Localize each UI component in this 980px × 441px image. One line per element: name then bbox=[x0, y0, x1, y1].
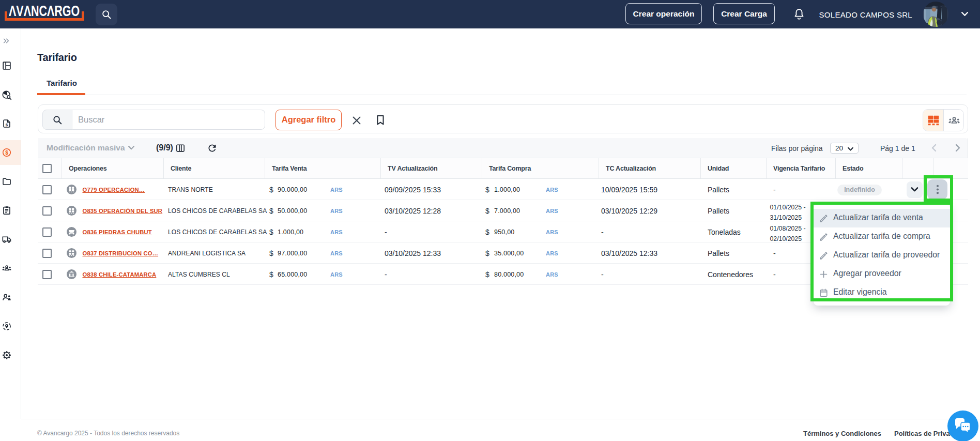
svg-text:$: $ bbox=[5, 150, 8, 156]
svg-text:$: $ bbox=[6, 123, 8, 127]
